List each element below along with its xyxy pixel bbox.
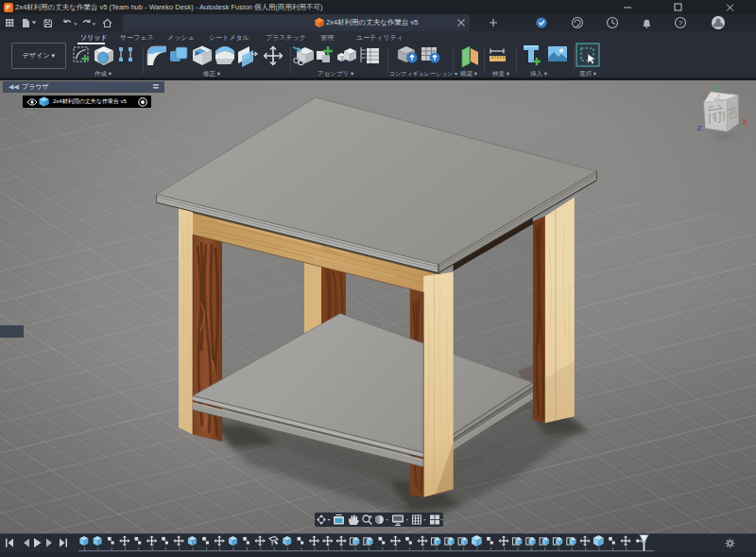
- svg-text:Z: Z: [697, 124, 702, 132]
- svg-text:?: ?: [679, 19, 683, 27]
- svg-text:Y: Y: [713, 84, 719, 94]
- svg-text:X: X: [742, 117, 747, 127]
